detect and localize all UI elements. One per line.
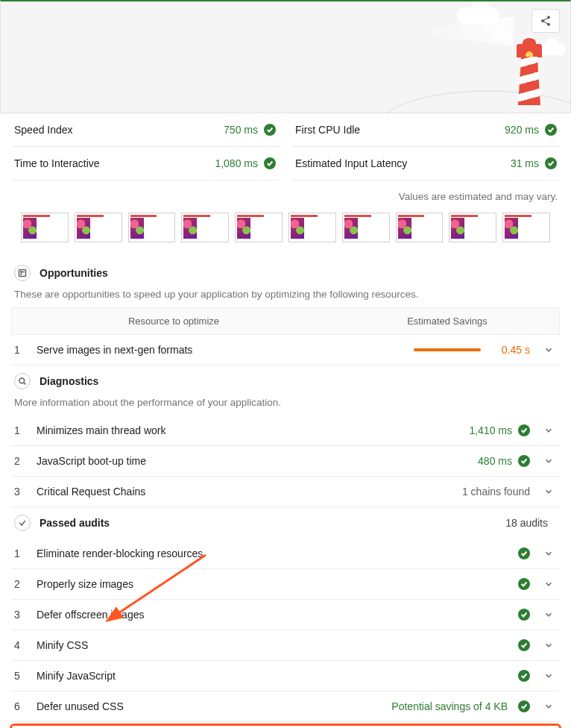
row-value: Potential savings of 4 KB [391,700,508,712]
expand-button[interactable] [540,640,557,650]
share-button[interactable] [531,9,560,33]
pass-icon [264,157,276,169]
metric-row: First CPU Idle 920 ms [292,113,560,147]
estimate-note: Values are estimated and may vary. [0,181,571,210]
pass-icon [264,124,276,136]
expand-button[interactable] [540,345,557,355]
expand-button[interactable] [540,486,557,497]
diagnostic-row[interactable]: 1 Minimizes main thread work 1,410 ms [11,415,560,446]
row-label: Critical Request Chains [37,486,452,498]
expand-button[interactable] [540,701,557,712]
diagnostics-section: Diagnostics More information about the p… [0,365,571,507]
expand-button[interactable] [540,579,557,589]
row-label: Minify CSS [37,639,508,651]
svg-rect-0 [19,270,26,277]
row-label: Minimizes main thread work [37,424,458,436]
column-header: Resource to optimize [12,308,335,334]
passed-audit-row[interactable]: 4Minify CSS [11,630,560,661]
passed-audit-row[interactable]: 1Eliminate render-blocking resources [11,539,560,569]
row-number: 1 [14,424,26,436]
section-desc: More information about the performance o… [11,397,560,415]
metric-value: 31 ms [511,157,539,169]
expand-button[interactable] [540,456,557,466]
metric-row: Estimated Input Latency 31 ms [292,147,560,181]
metric-row: Speed Index 750 ms [11,113,279,147]
pass-icon [518,609,530,621]
savings-value: 0.45 s [502,344,530,356]
passed-audit-row[interactable]: 3Defer offscreen images [11,600,560,630]
filmstrip-frame [235,213,283,242]
row-label: Serve images in next-gen formats [37,344,403,356]
row-number: 2 [14,578,26,590]
row-number: 3 [14,486,26,498]
passed-audit-row[interactable]: 2Properly size images [11,569,560,600]
filmstrip [0,210,571,257]
row-text: 1 chains found [462,486,530,498]
pass-icon [518,700,530,712]
metric-value: 920 ms [505,124,539,136]
filmstrip-frame [342,213,390,242]
check-icon [14,515,31,531]
audits-count: 18 audits [505,517,548,529]
row-label: Defer offscreen images [37,609,508,621]
passed-audit-row[interactable]: 5Minify JavaScript [11,661,560,691]
pass-icon [518,639,530,651]
passed-audit-row[interactable]: 7Efficiently encode images [10,724,561,728]
metric-label: Time to Interactive [14,157,100,169]
metric-label: First CPU Idle [295,124,360,136]
row-number: 2 [14,455,26,467]
filmstrip-frame [21,213,69,242]
section-desc: These are opportunities to speed up your… [11,289,560,307]
savings-bar [414,348,481,351]
opportunities-icon [14,265,31,281]
section-title: Passed audits [40,517,110,529]
section-title: Diagnostics [40,375,98,387]
row-label: Minify JavaScript [37,670,508,682]
diagnostic-row[interactable]: 3 Critical Request Chains 1 chains found [11,477,560,507]
diagnostic-row[interactable]: 2 JavaScript boot-up time 480 ms [11,446,560,477]
opportunity-row[interactable]: 1 Serve images in next-gen formats 0.45 … [11,335,560,365]
filmstrip-frame [449,213,496,242]
filmstrip-frame [181,213,229,242]
report-hero [0,0,571,113]
lighthouse-icon [514,38,545,105]
expand-button[interactable] [540,609,557,620]
row-label: Defer unused CSS [37,700,381,712]
row-value: 480 ms [478,455,512,467]
metric-value: 1,080 ms [215,157,258,169]
filmstrip-frame [396,213,444,242]
passed-audit-row[interactable]: 6Defer unused CSSPotential savings of 4 … [11,691,560,722]
row-label: JavaScript boot-up time [37,455,467,467]
expand-button[interactable] [540,548,557,559]
expand-button[interactable] [540,671,557,681]
opportunities-table-head: Resource to optimize Estimated Savings [11,307,560,335]
row-value: 1,410 ms [469,424,512,436]
column-header: Estimated Savings [335,308,559,334]
passed-audits-section: Passed audits 18 audits 1Eliminate rende… [0,507,571,728]
filmstrip-frame [502,213,550,242]
pass-icon [518,578,530,590]
metric-row: Time to Interactive 1,080 ms [11,147,279,181]
row-number: 5 [14,670,26,682]
svg-point-1 [19,378,25,383]
expand-button[interactable] [540,425,557,436]
filmstrip-frame [288,213,336,242]
filmstrip-frame [128,213,176,242]
metric-value: 750 ms [224,124,258,136]
diagnostics-icon [14,373,31,389]
section-title: Opportunities [40,267,108,279]
metric-label: Speed Index [14,124,73,136]
row-label: Properly size images [37,578,508,590]
metric-label: Estimated Input Latency [295,157,407,169]
pass-icon [518,547,530,559]
metrics-grid: Speed Index 750 ms Time to Interactive 1… [0,113,571,181]
pass-icon [545,124,557,136]
passed-audits-header[interactable]: Passed audits 18 audits [11,507,560,539]
row-number: 6 [14,700,26,712]
row-number: 1 [14,547,26,559]
pass-icon [545,157,557,169]
svg-line-2 [24,383,26,385]
pass-icon [518,455,530,467]
row-label: Eliminate render-blocking resources [37,547,508,559]
opportunities-section: Opportunities These are opportunities to… [0,257,571,365]
